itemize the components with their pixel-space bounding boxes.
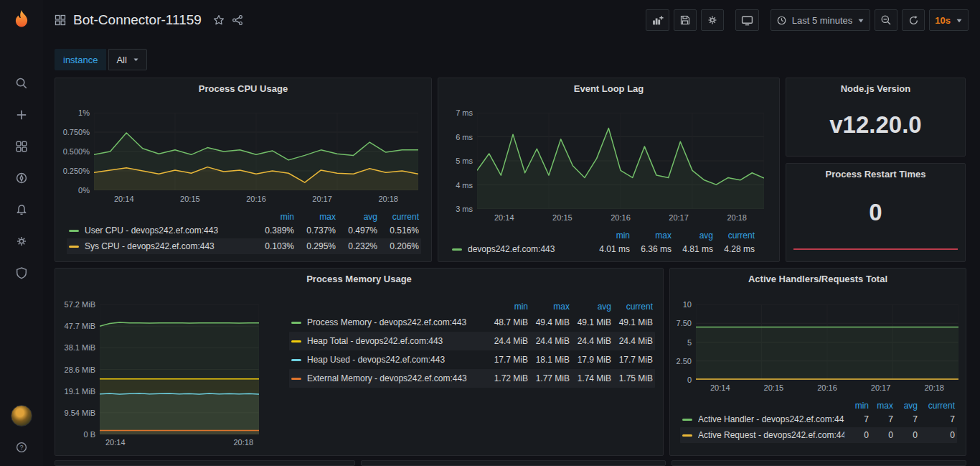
legend-header-min[interactable]: min	[844, 401, 869, 411]
legend-header-avg[interactable]: avg	[672, 230, 713, 241]
handlers-chart[interactable]	[696, 304, 958, 380]
x-tick: 20:17	[669, 213, 689, 222]
cycle-view-mode-button[interactable]	[735, 9, 759, 31]
legend-header-current[interactable]: current	[377, 212, 419, 222]
series-name[interactable]: Active Handler - devops242.ef.com:443	[698, 414, 844, 424]
event-loop-chart[interactable]	[477, 113, 764, 209]
series-name[interactable]: Heap Total - devops242.ef.com:443	[307, 336, 486, 346]
series-color-marker	[291, 378, 301, 380]
legend-min: 0.103%	[253, 241, 294, 251]
x-tick: 20:18	[727, 213, 747, 222]
y-tick: 38.1 MiB	[65, 343, 95, 352]
variable-value-dropdown[interactable]: All	[108, 49, 146, 70]
legend-current: 0.516%	[377, 225, 419, 236]
series-color-marker	[291, 359, 301, 361]
panel-process-restart-times: Process Restart Times 0	[786, 163, 966, 262]
explore-compass-icon[interactable]	[0, 162, 43, 194]
legend-header-current[interactable]: current	[918, 401, 955, 411]
dashboard-title[interactable]: Bot-Connector-11159	[73, 12, 202, 28]
user-avatar[interactable]	[0, 400, 43, 432]
panel-title[interactable]: Event Loop Lag	[438, 78, 779, 98]
series-name[interactable]: Process Memory - devops242.ef.com:443	[307, 317, 486, 327]
legend-header-avg[interactable]: avg	[336, 212, 377, 222]
memory-chart[interactable]	[100, 304, 259, 434]
series-name[interactable]: devops242.ef.com:443	[468, 244, 588, 254]
configuration-gear-icon[interactable]	[0, 225, 43, 257]
y-tick: 0.250%	[63, 167, 90, 175]
panel-event-loop-lag: Event Loop Lag 7 ms 6 ms 5 ms 4 ms 3 ms …	[438, 78, 780, 262]
legend-header-min[interactable]: min	[486, 302, 528, 312]
search-icon[interactable]	[0, 67, 43, 99]
event-loop-legend: min max avg current devops242.ef.com:443…	[450, 229, 757, 257]
legend-header-current[interactable]: current	[713, 230, 755, 241]
share-icon[interactable]	[232, 14, 243, 26]
legend-row: Heap Total - devops242.ef.com:443 24.4 M…	[289, 332, 655, 350]
legend-avg: 0	[893, 430, 918, 440]
legend-header-max[interactable]: max	[630, 230, 672, 241]
help-icon[interactable]: ?	[0, 432, 43, 463]
time-range-label: Last 5 minutes	[792, 15, 853, 26]
zoom-out-icon	[880, 14, 892, 26]
series-color-marker	[452, 248, 462, 251]
series-name[interactable]: Heap Used - devops242.ef.com:443	[307, 355, 486, 365]
alerting-bell-icon[interactable]	[0, 194, 43, 225]
y-axis-labels: 10 7.50 5 2.50 0	[670, 304, 692, 380]
legend-header-max[interactable]: max	[869, 401, 893, 411]
refresh-interval-picker[interactable]: 10s	[929, 9, 969, 31]
create-plus-icon[interactable]	[0, 99, 43, 131]
legend-header-min[interactable]: min	[588, 230, 630, 241]
legend-header-current[interactable]: current	[611, 302, 653, 312]
legend-max: 49.4 MiB	[528, 317, 570, 327]
legend-current: 1.75 MiB	[611, 373, 653, 383]
chevron-down-icon	[857, 18, 864, 23]
dashboard-settings-button[interactable]	[701, 9, 724, 31]
server-admin-shield-icon[interactable]	[0, 257, 43, 289]
y-tick: 10	[683, 300, 692, 309]
cpu-chart[interactable]	[94, 113, 418, 190]
panel-title[interactable]: Process Restart Times	[786, 164, 965, 184]
x-tick: 20:14	[710, 383, 730, 392]
legend-max: 0	[869, 430, 893, 440]
legend-max: 0.737%	[294, 225, 336, 236]
panel-title[interactable]: Active Handlers/Requests Total	[670, 269, 966, 289]
grafana-logo-icon[interactable]	[0, 0, 43, 40]
save-dashboard-button[interactable]	[674, 9, 697, 31]
series-name[interactable]: External Memory - devops242.ef.com:443	[307, 373, 486, 383]
zoom-out-time-button[interactable]	[875, 9, 897, 31]
legend-max: 1.77 MiB	[528, 373, 570, 383]
panel-partial-3	[672, 460, 966, 466]
refresh-button[interactable]	[902, 9, 925, 31]
x-tick: 20:14	[114, 195, 134, 203]
legend-current: 17.7 MiB	[611, 355, 653, 365]
y-tick: 9.54 MiB	[65, 409, 95, 417]
legend-header-avg[interactable]: avg	[570, 302, 611, 312]
add-panel-button[interactable]	[646, 9, 669, 31]
y-tick: 0 B	[83, 430, 95, 439]
series-color-marker	[291, 340, 301, 342]
variable-label-instance[interactable]: instance	[55, 49, 106, 70]
x-axis-labels: 20:14 20:15 20:16 20:17 20:18	[477, 213, 764, 222]
panel-title[interactable]: Process Memory Usage	[55, 269, 663, 289]
legend-header-max[interactable]: max	[294, 212, 336, 222]
legend-avg: 17.9 MiB	[570, 355, 611, 365]
legend-current: 4.28 ms	[713, 244, 755, 254]
time-range-picker[interactable]: Last 5 minutes	[771, 9, 871, 31]
panel-title[interactable]: Process CPU Usage	[55, 78, 431, 98]
legend-header-min[interactable]: min	[253, 212, 294, 222]
panel-active-handlers-requests: Active Handlers/Requests Total 10 7.50 5…	[669, 268, 966, 456]
legend-header-avg[interactable]: avg	[893, 401, 918, 411]
panel-title[interactable]: Node.js Version	[786, 78, 965, 98]
x-tick: 20:16	[817, 383, 837, 392]
legend-min: 24.4 MiB	[486, 336, 528, 346]
panel-partial-1	[55, 460, 355, 466]
series-name[interactable]: User CPU - devops242.ef.com:443	[85, 225, 253, 236]
series-name[interactable]: Sys CPU - devops242.ef.com:443	[85, 241, 253, 251]
star-icon[interactable]	[213, 14, 225, 26]
series-name[interactable]: Active Request - devops242.ef.com:443	[698, 430, 844, 440]
legend-header-max[interactable]: max	[528, 302, 570, 312]
dashboards-grid-icon[interactable]	[0, 131, 43, 162]
legend-current: 49.1 MiB	[611, 317, 653, 327]
y-axis-labels: 57.2 MiB 47.7 MiB 38.1 MiB 28.6 MiB 19.1…	[55, 304, 95, 434]
legend-min: 0	[844, 430, 869, 440]
variable-selected-value: All	[116, 55, 126, 65]
